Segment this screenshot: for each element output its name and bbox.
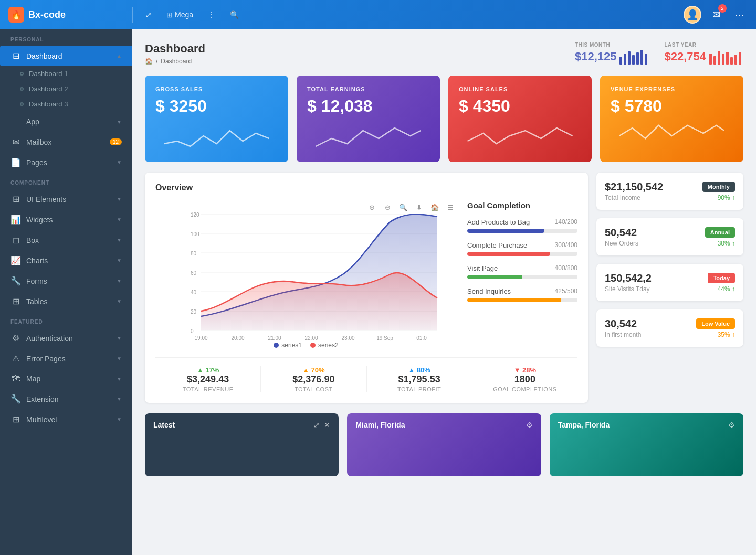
sidebar-sub-dashboard3[interactable]: Dashboard 3 bbox=[0, 97, 132, 112]
rp-right-1: Annual 30% ↑ bbox=[705, 227, 735, 247]
sidebar-item-pages[interactable]: 📄 Pages ▼ bbox=[0, 152, 132, 173]
download-icon[interactable]: ⬇ bbox=[413, 201, 425, 214]
dashboard-icon: ⊟ bbox=[10, 51, 21, 61]
stat-val-1: $2,376.90 bbox=[261, 374, 366, 385]
rp-card-1: 50,542 New Orders Annual 30% ↑ bbox=[596, 218, 743, 255]
chevron-down-icon: ▼ bbox=[117, 335, 122, 341]
stat-val-0: $3,249.43 bbox=[155, 374, 260, 385]
series1-dot bbox=[274, 343, 279, 348]
rp-pct-1: 30% ↑ bbox=[718, 240, 735, 247]
top-navigation: 🔥 Bx-code ⤢ ⊞ Mega ⋮ 🔍 👤 ✉ 2 ⋯ bbox=[0, 0, 756, 29]
notification-badge: 2 bbox=[718, 4, 727, 13]
close-icon[interactable]: ✕ bbox=[324, 421, 330, 429]
rp-badge-1[interactable]: Annual bbox=[705, 227, 735, 238]
sidebar-item-charts[interactable]: 📈 Charts ▼ bbox=[0, 250, 132, 271]
user-avatar[interactable]: 👤 bbox=[684, 6, 701, 24]
more-menu-icon[interactable]: ⋯ bbox=[731, 6, 748, 23]
sidebar-item-widgets[interactable]: 📊 Widgets ▼ bbox=[0, 209, 132, 230]
miami-settings-icon[interactable]: ⚙ bbox=[526, 421, 533, 429]
goal-bar-3-bg bbox=[467, 298, 578, 302]
total-earnings-label: TOTAL EARNINGS bbox=[307, 86, 429, 92]
right-panel: $21,150,542 Total Income Monthly 90% ↑ 5… bbox=[596, 173, 743, 403]
page-header: Dashboard 🏠 / Dashboard THIS MONTH $12,1… bbox=[145, 42, 743, 65]
rp-label-1: New Orders bbox=[605, 240, 638, 247]
zoom-reset-icon[interactable]: 🔍 bbox=[397, 201, 410, 214]
tampa-settings-icon[interactable]: ⚙ bbox=[728, 421, 735, 429]
sidebar-item-app[interactable]: 🖥 App ▼ bbox=[0, 112, 132, 132]
sidebar-item-map[interactable]: 🗺 Map ▼ bbox=[0, 369, 132, 389]
series2-dot bbox=[310, 343, 316, 348]
total-earnings-value: $ 12,038 bbox=[307, 97, 429, 116]
rp-badge-3[interactable]: Low Value bbox=[696, 318, 735, 329]
svg-rect-0 bbox=[620, 57, 622, 65]
sidebar-item-mailbox[interactable]: ✉ Mailbox 12 bbox=[0, 132, 132, 152]
goal-item-2: Visit Page 400/800 bbox=[467, 264, 578, 279]
more-options-button[interactable]: ⋮ bbox=[204, 8, 219, 21]
rp-card-0: $21,150,542 Total Income Monthly 90% ↑ bbox=[596, 173, 743, 210]
expand-icon[interactable]: ⤢ bbox=[141, 8, 156, 21]
zoom-out-icon[interactable]: ⊖ bbox=[381, 201, 394, 214]
sidebar-item-box[interactable]: ◻ Box ▼ bbox=[0, 230, 132, 250]
sidebar-sub-dashboard1[interactable]: Dashboard 1 bbox=[0, 66, 132, 81]
sidebar: PERSONAL ⊟ Dashboard ▲ Dashboard 1 Dashb… bbox=[0, 29, 132, 555]
rp-label-2: Site Vistits Tday bbox=[605, 285, 652, 293]
goal-item-0-label: Add Products to Bag 140/200 bbox=[467, 218, 578, 226]
sidebar-item-extension[interactable]: 🔧 Extension ▼ bbox=[0, 389, 132, 409]
sub-dot-icon bbox=[20, 72, 24, 76]
sidebar-item-authentication[interactable]: ⚙ Authentication ▼ bbox=[0, 328, 132, 348]
home-chart-icon[interactable]: 🏠 bbox=[428, 201, 441, 214]
series2-label: series2 bbox=[318, 341, 339, 349]
bottom-card-latest: Latest ⤢ ✕ bbox=[145, 413, 339, 476]
tampa-card-header: Tampa, Florida ⚙ bbox=[550, 413, 743, 436]
stat-metric-0: ▲ 17% $3,249.43 TOTAL REVENUE bbox=[155, 366, 260, 392]
personal-section-label: PERSONAL bbox=[0, 29, 132, 46]
chart-legend: series1 series2 bbox=[155, 341, 457, 349]
goal-completion-title: Goal Completion bbox=[467, 201, 578, 210]
goal-item-3-label: Send Inquiries 425/500 bbox=[467, 287, 578, 295]
sidebar-item-dashboard[interactable]: ⊟ Dashboard ▲ bbox=[0, 46, 132, 66]
svg-text:80: 80 bbox=[191, 251, 197, 257]
rp-pct-3: 35% ↑ bbox=[718, 331, 735, 338]
expand-icon[interactable]: ⤢ bbox=[313, 421, 320, 429]
svg-rect-9 bbox=[718, 51, 720, 65]
sidebar-item-ui-elements[interactable]: ⊞ UI Elements ▼ bbox=[0, 189, 132, 209]
notifications-button[interactable]: ✉ 2 bbox=[708, 6, 724, 23]
mega-menu-button[interactable]: ⊞ Mega bbox=[162, 8, 197, 21]
rp-right-3: Low Value 35% ↑ bbox=[696, 318, 735, 338]
this-month-label: THIS MONTH bbox=[575, 42, 610, 48]
sidebar-item-forms[interactable]: 🔧 Forms ▼ bbox=[0, 271, 132, 291]
metric-card-total-earnings: TOTAL EARNINGS $ 12,038 bbox=[297, 76, 440, 162]
menu-chart-icon[interactable]: ☰ bbox=[444, 201, 457, 214]
sidebar-sub-dashboard2[interactable]: Dashboard 2 bbox=[0, 81, 132, 97]
zoom-in-icon[interactable]: ⊕ bbox=[365, 201, 378, 214]
rp-badge-0[interactable]: Monthly bbox=[702, 182, 735, 192]
svg-text:60: 60 bbox=[191, 270, 197, 276]
map-icon: 🗺 bbox=[10, 374, 21, 383]
stat-label-1: TOTAL COST bbox=[261, 386, 366, 392]
svg-text:21:00: 21:00 bbox=[268, 335, 281, 341]
metric-card-gross-sales: GROSS SALES $ 3250 bbox=[145, 76, 288, 162]
goal-bar-0-bg bbox=[467, 229, 578, 233]
svg-rect-10 bbox=[722, 54, 724, 65]
home-icon[interactable]: 🏠 bbox=[145, 58, 153, 65]
area-chart: 120 100 80 60 40 20 0 bbox=[155, 206, 457, 343]
rp-card-2: 150,542,2 Site Vistits Tday Today 44% ↑ bbox=[596, 264, 743, 301]
overview-title: Overview bbox=[155, 183, 578, 193]
sidebar-item-tables[interactable]: ⊞ Tables ▼ bbox=[0, 291, 132, 312]
rp-badge-2[interactable]: Today bbox=[708, 273, 735, 283]
goal-item-1: Complete Purchase 300/400 bbox=[467, 241, 578, 256]
sidebar-item-label: Dashboard bbox=[26, 52, 62, 60]
goal-bar-3-fill bbox=[467, 298, 561, 302]
authentication-icon: ⚙ bbox=[10, 333, 21, 343]
goal-item-1-label: Complete Purchase 300/400 bbox=[467, 241, 578, 249]
goal-bar-1-fill bbox=[467, 252, 550, 256]
tables-icon: ⊞ bbox=[10, 296, 21, 306]
last-year-chart bbox=[709, 49, 743, 65]
goal-bar-0-fill bbox=[467, 229, 544, 233]
chevron-down-icon: ▼ bbox=[117, 298, 122, 304]
miami-title: Miami, Florida bbox=[355, 421, 405, 429]
sidebar-item-multilevel[interactable]: ⊞ Multilevel ▼ bbox=[0, 409, 132, 430]
chevron-down-icon: ▼ bbox=[117, 356, 122, 361]
sidebar-item-error-pages[interactable]: ⚠ Error Pages ▼ bbox=[0, 348, 132, 369]
search-button[interactable]: 🔍 bbox=[226, 8, 243, 21]
